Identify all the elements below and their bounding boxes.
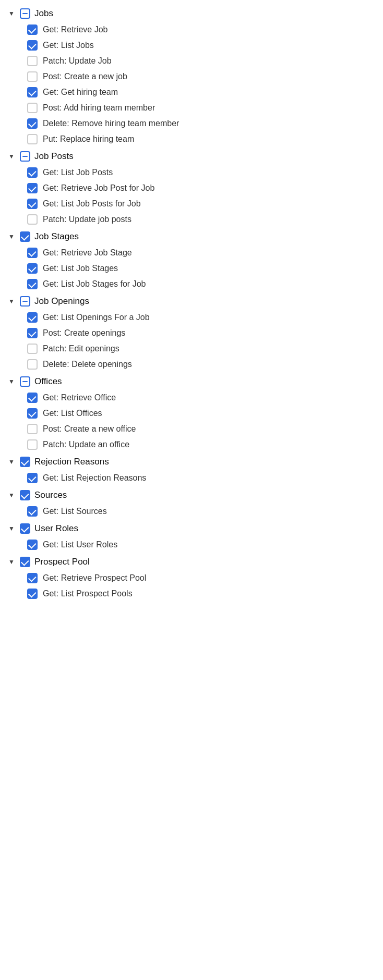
list-item: Get: List Job Posts for Job (27, 196, 383, 212)
section-header-job-openings[interactable]: ▼Job Openings (0, 293, 383, 310)
arrow-icon-offices: ▼ (8, 378, 16, 385)
section-children-prospect-pool: Get: Retrieve Prospect PoolGet: List Pro… (0, 570, 383, 602)
list-item: Post: Create openings (27, 325, 383, 341)
section-user-roles: ▼User RolesGet: List User Roles (0, 520, 383, 553)
item-label-job-openings-0: Get: List Openings For a Job (43, 313, 150, 322)
list-item: Get: Retrieve Job Stage (27, 245, 383, 261)
item-checkbox-jobs-1[interactable] (27, 40, 38, 51)
item-checkbox-job-posts-3[interactable] (27, 214, 38, 225)
item-checkbox-job-stages-1[interactable] (27, 263, 38, 274)
arrow-icon-job-stages: ▼ (8, 233, 16, 240)
item-label-job-stages-0: Get: Retrieve Job Stage (43, 248, 132, 258)
item-checkbox-job-posts-0[interactable] (27, 167, 38, 178)
item-label-jobs-4: Get: Get hiring team (43, 88, 118, 97)
item-checkbox-offices-1[interactable] (27, 408, 38, 419)
section-checkbox-sources[interactable] (20, 490, 30, 500)
item-label-offices-1: Get: List Offices (43, 409, 102, 418)
section-checkbox-jobs[interactable] (20, 8, 30, 19)
list-item: Get: List Jobs (27, 38, 383, 53)
section-checkbox-job-stages[interactable] (20, 231, 30, 242)
item-checkbox-jobs-0[interactable] (27, 24, 38, 35)
section-children-rejection-reasons: Get: List Rejection Reasons (0, 470, 383, 486)
section-checkbox-user-roles[interactable] (20, 523, 30, 534)
section-header-prospect-pool[interactable]: ▼Prospect Pool (0, 554, 383, 570)
item-checkbox-job-posts-1[interactable] (27, 183, 38, 193)
section-label-prospect-pool: Prospect Pool (34, 557, 90, 567)
item-checkbox-jobs-7[interactable] (27, 134, 38, 144)
section-children-jobs: Get: Retrieve JobGet: List JobsPatch: Up… (0, 22, 383, 147)
section-header-user-roles[interactable]: ▼User Roles (0, 520, 383, 537)
section-checkbox-job-posts[interactable] (20, 151, 30, 162)
section-children-user-roles: Get: List User Roles (0, 537, 383, 553)
item-label-offices-2: Post: Create a new office (43, 424, 136, 434)
item-checkbox-sources-0[interactable] (27, 506, 38, 517)
section-header-sources[interactable]: ▼Sources (0, 487, 383, 504)
section-offices: ▼OfficesGet: Retrieve OfficeGet: List Of… (0, 373, 383, 452)
item-label-job-stages-1: Get: List Job Stages (43, 264, 118, 273)
list-item: Delete: Delete openings (27, 357, 383, 372)
arrow-icon-prospect-pool: ▼ (8, 558, 16, 566)
list-item: Delete: Remove hiring team member (27, 116, 383, 131)
item-checkbox-prospect-pool-0[interactable] (27, 573, 38, 583)
list-item: Get: Retrieve Prospect Pool (27, 570, 383, 586)
list-item: Put: Replace hiring team (27, 131, 383, 147)
list-item: Post: Create a new office (27, 421, 383, 437)
section-label-job-stages: Job Stages (34, 231, 79, 242)
item-label-jobs-2: Patch: Update Job (43, 56, 112, 66)
item-label-jobs-5: Post: Add hiring team member (43, 103, 155, 113)
item-checkbox-jobs-3[interactable] (27, 71, 38, 82)
item-checkbox-user-roles-0[interactable] (27, 540, 38, 550)
section-checkbox-offices[interactable] (20, 376, 30, 387)
list-item: Get: List Offices (27, 406, 383, 421)
item-checkbox-job-openings-0[interactable] (27, 312, 38, 323)
section-children-job-openings: Get: List Openings For a JobPost: Create… (0, 310, 383, 372)
list-item: Post: Create a new job (27, 69, 383, 84)
item-label-job-openings-2: Patch: Edit openings (43, 344, 119, 353)
item-checkbox-offices-0[interactable] (27, 393, 38, 403)
item-checkbox-job-stages-0[interactable] (27, 248, 38, 258)
item-checkbox-jobs-4[interactable] (27, 87, 38, 97)
item-label-prospect-pool-1: Get: List Prospect Pools (43, 589, 133, 598)
section-checkbox-rejection-reasons[interactable] (20, 457, 30, 467)
section-jobs: ▼JobsGet: Retrieve JobGet: List JobsPatc… (0, 5, 383, 147)
item-label-jobs-3: Post: Create a new job (43, 72, 127, 81)
item-checkbox-offices-2[interactable] (27, 424, 38, 434)
section-header-job-posts[interactable]: ▼Job Posts (0, 148, 383, 165)
list-item: Get: List Rejection Reasons (27, 470, 383, 486)
item-label-jobs-7: Put: Replace hiring team (43, 134, 134, 144)
item-label-user-roles-0: Get: List User Roles (43, 540, 117, 549)
section-checkbox-prospect-pool[interactable] (20, 557, 30, 567)
section-header-job-stages[interactable]: ▼Job Stages (0, 228, 383, 245)
section-checkbox-job-openings[interactable] (20, 296, 30, 307)
list-item: Get: Get hiring team (27, 84, 383, 100)
item-label-job-posts-1: Get: Retrieve Job Post for Job (43, 183, 154, 193)
item-checkbox-job-openings-3[interactable] (27, 359, 38, 370)
list-item: Post: Add hiring team member (27, 100, 383, 116)
arrow-icon-jobs: ▼ (8, 10, 16, 17)
item-label-job-openings-3: Delete: Delete openings (43, 360, 132, 369)
item-checkbox-prospect-pool-1[interactable] (27, 589, 38, 599)
arrow-icon-user-roles: ▼ (8, 525, 16, 532)
section-label-offices: Offices (34, 376, 62, 387)
list-item: Get: Retrieve Office (27, 390, 383, 406)
item-checkbox-jobs-5[interactable] (27, 103, 38, 113)
section-label-rejection-reasons: Rejection Reasons (34, 457, 109, 467)
item-checkbox-offices-3[interactable] (27, 439, 38, 450)
item-checkbox-job-openings-1[interactable] (27, 328, 38, 338)
item-checkbox-job-stages-2[interactable] (27, 279, 38, 289)
section-header-offices[interactable]: ▼Offices (0, 373, 383, 390)
item-checkbox-job-posts-2[interactable] (27, 199, 38, 209)
item-checkbox-jobs-6[interactable] (27, 118, 38, 129)
section-header-jobs[interactable]: ▼Jobs (0, 5, 383, 22)
section-children-sources: Get: List Sources (0, 504, 383, 519)
item-label-prospect-pool-0: Get: Retrieve Prospect Pool (43, 573, 146, 583)
list-item: Get: List Openings For a Job (27, 310, 383, 325)
section-header-rejection-reasons[interactable]: ▼Rejection Reasons (0, 454, 383, 470)
item-checkbox-job-openings-2[interactable] (27, 344, 38, 354)
item-checkbox-rejection-reasons-0[interactable] (27, 473, 38, 483)
section-job-openings: ▼Job OpeningsGet: List Openings For a Jo… (0, 293, 383, 372)
item-label-offices-3: Patch: Update an office (43, 440, 129, 449)
section-job-stages: ▼Job StagesGet: Retrieve Job StageGet: L… (0, 228, 383, 292)
item-checkbox-jobs-2[interactable] (27, 56, 38, 66)
section-job-posts: ▼Job PostsGet: List Job PostsGet: Retrie… (0, 148, 383, 227)
